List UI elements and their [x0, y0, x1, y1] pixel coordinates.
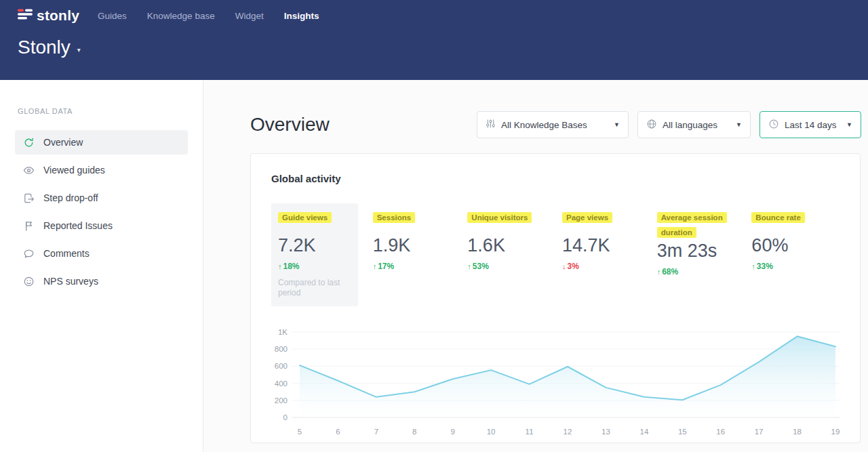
- top-header: stonly Guides Knowledge base Widget Insi…: [0, 0, 868, 80]
- flag-icon: [22, 220, 35, 232]
- card-title: Global activity: [271, 173, 840, 184]
- metric-label: Guide views: [278, 212, 332, 223]
- trend-arrow-icon: ↑: [373, 262, 377, 270]
- svg-text:15: 15: [678, 428, 687, 436]
- svg-text:9: 9: [450, 428, 454, 436]
- metric-bounce-rate[interactable]: Bounce rate 60% ↑33%: [745, 203, 831, 306]
- metric-average-session-duration[interactable]: Average session duration 3m 23s ↑68%: [650, 203, 737, 306]
- chevron-down-icon: ▾: [77, 46, 81, 54]
- trend-arrow-icon: ↑: [751, 262, 755, 270]
- metric-sessions[interactable]: Sessions 1.9K ↑17%: [366, 203, 453, 306]
- metrics-row: Guide views 7.2K ↑18% Compared to last p…: [271, 203, 840, 306]
- workspace-title: Stonly: [18, 37, 71, 58]
- svg-text:600: 600: [275, 362, 288, 370]
- top-nav-row: stonly Guides Knowledge base Widget Insi…: [18, 0, 850, 24]
- sidebar-item-label: Viewed guides: [43, 165, 105, 176]
- svg-text:17: 17: [755, 428, 764, 436]
- svg-text:400: 400: [275, 379, 288, 388]
- nav-item-knowledge-base[interactable]: Knowledge base: [147, 11, 215, 21]
- overview-icon: [22, 136, 35, 148]
- chevron-down-icon: ▼: [604, 121, 620, 128]
- main-header: Overview All Knowledge Bases ▼: [250, 111, 861, 138]
- sidebar-item-label: Overview: [43, 137, 83, 148]
- metric-value: 1.9K: [373, 235, 453, 255]
- metric-value: 3m 23s: [657, 241, 737, 261]
- workspace-selector[interactable]: Stonly ▾: [18, 37, 850, 58]
- sidebar-item-viewed-guides[interactable]: Viewed guides: [15, 158, 188, 182]
- svg-text:8: 8: [412, 428, 416, 436]
- trend-arrow-icon: ↑: [467, 262, 471, 270]
- svg-text:7: 7: [374, 428, 378, 436]
- svg-text:16: 16: [716, 428, 725, 436]
- sidebar-item-overview[interactable]: Overview: [15, 130, 188, 155]
- metric-change: ↑53%: [467, 262, 547, 271]
- sidebar-item-step-drop-off[interactable]: Step drop-off: [15, 186, 188, 210]
- chevron-down-icon: ▼: [726, 121, 742, 128]
- metric-change: ↓3%: [562, 262, 642, 271]
- sidebar-item-label: Step drop-off: [43, 192, 98, 203]
- sidebar-item-comments[interactable]: Comments: [15, 241, 188, 266]
- smiley-icon: [22, 275, 35, 287]
- global-activity-chart: 02004006008001K5678910111213141516171819: [271, 324, 841, 440]
- sliders-icon: [486, 119, 496, 131]
- metric-change: ↑33%: [751, 262, 831, 271]
- metric-change-value: 33%: [757, 262, 773, 271]
- stonly-logo[interactable]: stonly: [18, 7, 79, 24]
- metric-label: Average session duration: [657, 212, 727, 238]
- svg-text:800: 800: [275, 345, 288, 353]
- trend-arrow-icon: ↑: [278, 262, 282, 270]
- sidebar-item-label: NPS surveys: [43, 276, 98, 287]
- metric-change-value: 18%: [283, 262, 300, 271]
- global-activity-card: Global activity Guide views 7.2K ↑18% Co…: [250, 153, 861, 443]
- svg-text:0: 0: [283, 413, 288, 422]
- metric-change: ↑18%: [278, 262, 358, 271]
- svg-text:18: 18: [793, 428, 802, 436]
- filter-bar: All Knowledge Bases ▼ All languages ▼: [477, 111, 861, 138]
- metric-change-value: 3%: [568, 262, 579, 271]
- content-area: GLOBAL DATA Overview Viewed guides: [0, 80, 868, 452]
- language-filter-dropdown[interactable]: All languages ▼: [637, 111, 751, 138]
- metric-value: 14.7K: [562, 235, 642, 255]
- svg-text:10: 10: [487, 428, 496, 436]
- date-range-filter-value: Last 14 days: [785, 120, 837, 130]
- sidebar-item-nps-surveys[interactable]: NPS surveys: [15, 269, 188, 293]
- svg-text:5: 5: [298, 428, 302, 436]
- svg-text:6: 6: [336, 428, 340, 436]
- sidebar-item-label: Reported Issues: [43, 220, 113, 231]
- sidebar: GLOBAL DATA Overview Viewed guides: [0, 80, 203, 452]
- svg-text:12: 12: [564, 428, 572, 436]
- nav-item-guides[interactable]: Guides: [98, 11, 127, 21]
- metric-change-value: 53%: [473, 262, 489, 271]
- top-navigation: Guides Knowledge base Widget Insights: [98, 11, 319, 21]
- knowledge-base-filter-dropdown[interactable]: All Knowledge Bases ▼: [477, 111, 629, 138]
- metric-note: Compared to last period: [278, 278, 344, 298]
- date-range-filter-dropdown[interactable]: Last 14 days ▼: [760, 111, 861, 138]
- metric-change-value: 17%: [378, 262, 394, 271]
- globe-icon: [646, 119, 657, 131]
- metric-unique-visitors[interactable]: Unique visitors 1.6K ↑53%: [460, 203, 547, 306]
- nav-item-widget[interactable]: Widget: [235, 11, 264, 21]
- svg-text:14: 14: [640, 428, 649, 436]
- metric-change-value: 68%: [662, 267, 678, 276]
- trend-arrow-icon: ↑: [657, 268, 661, 276]
- metric-label: Page views: [562, 212, 612, 223]
- metric-change: ↑17%: [373, 262, 453, 271]
- svg-text:11: 11: [526, 428, 534, 436]
- sidebar-item-reported-issues[interactable]: Reported Issues: [15, 213, 188, 238]
- page-title: Overview: [250, 114, 330, 136]
- metric-page-views[interactable]: Page views 14.7K ↓3%: [555, 203, 642, 306]
- metric-label: Unique visitors: [467, 212, 532, 223]
- metric-value: 1.6K: [467, 235, 547, 255]
- language-filter-value: All languages: [663, 120, 717, 130]
- stonly-logo-text: stonly: [37, 7, 79, 24]
- clock-icon: [768, 119, 779, 131]
- sidebar-item-label: Comments: [43, 248, 90, 259]
- metric-guide-views[interactable]: Guide views 7.2K ↑18% Compared to last p…: [271, 203, 358, 306]
- chevron-down-icon: ▼: [837, 121, 852, 128]
- main-panel: Overview All Knowledge Bases ▼: [203, 80, 868, 452]
- stonly-logo-icon: [18, 7, 33, 24]
- step-drop-off-icon: [22, 192, 35, 204]
- nav-item-insights[interactable]: Insights: [284, 11, 319, 21]
- metric-change: ↑68%: [657, 267, 737, 276]
- metric-value: 7.2K: [278, 235, 358, 255]
